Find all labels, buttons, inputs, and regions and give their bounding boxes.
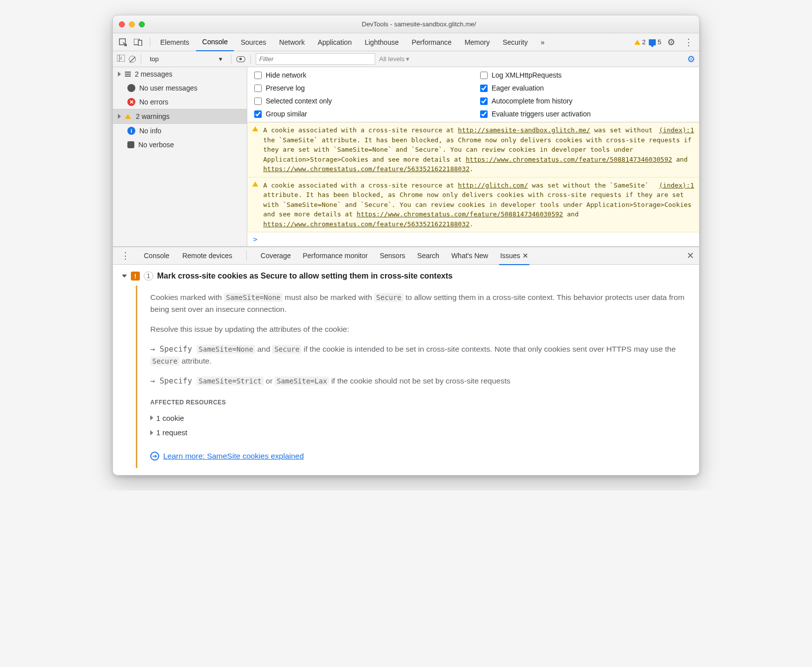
tab-network[interactable]: Network [273, 33, 310, 51]
tab-application[interactable]: Application [311, 33, 358, 51]
issue-resolve-intro: Resolve this issue by updating the attri… [150, 323, 690, 335]
tab-elements[interactable]: Elements [154, 33, 195, 51]
console-warning: (index):1 A cookie associated with a cro… [247, 178, 699, 233]
warning-icon [252, 182, 258, 187]
separator [250, 55, 251, 64]
drawer-menu-icon[interactable]: ⋮ [118, 250, 133, 261]
zoom-icon[interactable] [139, 21, 145, 27]
warning-source-link[interactable]: (index):1 [659, 125, 694, 135]
separator [231, 55, 231, 64]
console-toolbar: top▾ All levels ▾ ⚙ [113, 51, 699, 67]
warning-icon [252, 126, 258, 131]
window-controls [119, 21, 145, 27]
close-drawer-icon[interactable]: ✕ [687, 250, 694, 261]
more-menu-icon[interactable]: ⋮ [681, 37, 696, 48]
message-icon [649, 39, 656, 45]
issue-severity-icon: ! [131, 272, 140, 281]
issue-panel: ! 1 Mark cross-site cookies as Secure to… [113, 265, 699, 475]
eager-eval-checkbox[interactable]: Eager evaluation [480, 84, 692, 92]
tab-security[interactable]: Security [497, 33, 534, 51]
list-icon [125, 72, 131, 77]
window-title: DevTools - samesite-sandbox.glitch.me/ [145, 20, 693, 28]
affected-request[interactable]: 1 request [150, 427, 690, 438]
toggle-sidebar-icon[interactable] [117, 55, 125, 63]
resource-link[interactable]: http://glitch.com/ [458, 182, 528, 189]
device-toggle-icon[interactable] [131, 37, 146, 48]
issue-header[interactable]: ! 1 Mark cross-site cookies as Secure to… [122, 272, 690, 281]
clear-console-icon[interactable] [129, 56, 136, 63]
feature-link[interactable]: https://www.chromestatus.com/feature/508… [357, 210, 563, 218]
learn-more: ➔ Learn more: SameSite cookies explained [150, 450, 690, 462]
tab-memory[interactable]: Memory [459, 33, 496, 51]
tabs-overflow[interactable]: » [535, 33, 551, 51]
inspect-icon[interactable] [116, 36, 130, 48]
drawer-tab-console[interactable]: Console [143, 247, 170, 265]
drawer-tab-whats-new[interactable]: What's New [450, 247, 489, 265]
devtools-window: DevTools - samesite-sandbox.glitch.me/ E… [112, 15, 700, 476]
console-sidebar: 2 messages No user messages ✕No errors 2… [113, 67, 247, 246]
user-activation-checkbox[interactable]: Evaluate triggers user activation [480, 110, 692, 118]
group-similar-checkbox[interactable]: Group similar [254, 110, 466, 118]
drawer-tab-search[interactable]: Search [416, 247, 440, 265]
close-tab-icon[interactable]: ✕ [522, 252, 528, 260]
drawer-tab-coverage[interactable]: Coverage [260, 247, 292, 265]
feature-link[interactable]: https://www.chromestatus.com/feature/508… [466, 156, 672, 163]
svg-rect-3 [117, 55, 125, 62]
main-tabs: Elements Console Sources Network Applica… [113, 33, 699, 51]
warning-source-link[interactable]: (index):1 [659, 181, 694, 191]
sidebar-messages[interactable]: 2 messages [113, 67, 247, 81]
live-expression-icon[interactable] [236, 56, 245, 62]
learn-more-link[interactable]: Learn more: SameSite cookies explained [163, 450, 304, 462]
feature-link[interactable]: https://www.chromestatus.com/feature/563… [263, 220, 470, 228]
minimize-icon[interactable] [129, 21, 135, 27]
autocomplete-checkbox[interactable]: Autocomplete from history [480, 97, 692, 105]
separator [141, 55, 141, 64]
separator [150, 38, 150, 47]
affected-resources-header: AFFECTED RESOURCES [150, 398, 690, 407]
collapse-icon [122, 275, 127, 278]
info-icon: i [127, 127, 135, 135]
drawer-tab-issues[interactable]: Issues ✕ [499, 247, 529, 265]
tab-sources[interactable]: Sources [235, 33, 272, 51]
close-icon[interactable] [119, 21, 125, 27]
console-prompt[interactable]: > [247, 232, 699, 246]
affected-cookie[interactable]: 1 cookie [150, 412, 690, 424]
drawer-tabs: ⋮ Console Remote devices Coverage Perfor… [113, 247, 699, 265]
drawer-tab-sensors[interactable]: Sensors [379, 247, 406, 265]
console-settings-panel: Hide network Preserve log Selected conte… [247, 67, 699, 122]
log-xhr-checkbox[interactable]: Log XMLHttpRequests [480, 71, 692, 79]
issue-description: Cookies marked with SameSite=None must a… [150, 291, 690, 315]
tab-console[interactable]: Console [196, 33, 233, 51]
resource-link[interactable]: http://samesite-sandbox.glitch.me/ [458, 126, 590, 134]
dropdown-icon: ▾ [219, 55, 222, 63]
sidebar-errors[interactable]: ✕No errors [113, 95, 247, 109]
preserve-log-checkbox[interactable]: Preserve log [254, 84, 466, 92]
external-link-icon: ➔ [150, 452, 159, 461]
filter-input[interactable] [256, 53, 375, 65]
issues-badge[interactable]: 5 [649, 38, 661, 46]
sidebar-warnings[interactable]: 2 warnings [113, 109, 247, 124]
console-settings-icon[interactable]: ⚙ [687, 54, 695, 65]
issue-suggestion: → Specify SameSite=None and Secure if th… [150, 343, 690, 367]
svg-rect-2 [138, 40, 142, 46]
sidebar-info[interactable]: iNo info [113, 124, 247, 138]
settings-gear-icon[interactable]: ⚙ [664, 37, 678, 48]
drawer-tab-remote[interactable]: Remote devices [181, 247, 233, 265]
feature-link[interactable]: https://www.chromestatus.com/feature/563… [263, 165, 470, 173]
bug-icon [127, 141, 134, 148]
warnings-badge[interactable]: 2 [634, 38, 646, 46]
drawer-tab-performance-monitor[interactable]: Performance monitor [302, 247, 369, 265]
sidebar-user-messages[interactable]: No user messages [113, 81, 247, 95]
expand-icon [150, 415, 153, 420]
log-levels-selector[interactable]: All levels ▾ [379, 55, 409, 63]
hide-network-checkbox[interactable]: Hide network [254, 71, 466, 79]
context-selector[interactable]: top▾ [146, 54, 226, 64]
warning-icon [634, 40, 640, 45]
tab-performance[interactable]: Performance [406, 33, 457, 51]
tab-lighthouse[interactable]: Lighthouse [359, 33, 405, 51]
expand-icon [150, 430, 153, 435]
selected-context-checkbox[interactable]: Selected context only [254, 97, 466, 105]
issue-body: Cookies marked with SameSite=None must a… [136, 286, 690, 468]
user-icon [127, 84, 135, 92]
sidebar-verbose[interactable]: No verbose [113, 138, 247, 152]
